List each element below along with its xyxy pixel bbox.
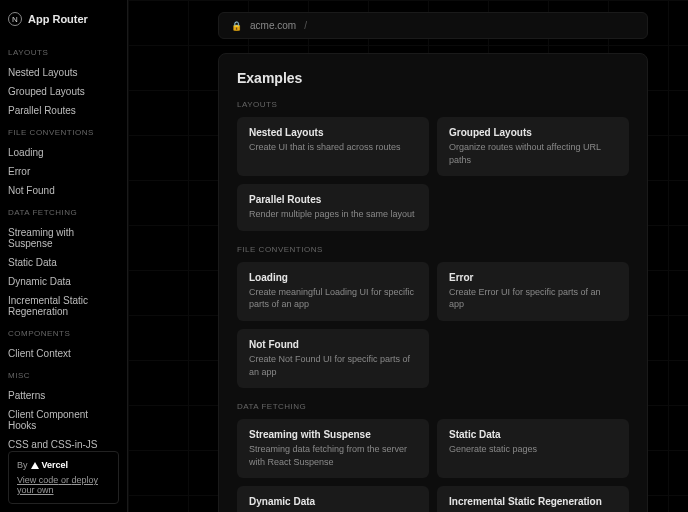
footer-links: View code or deploy your own: [17, 475, 110, 495]
logo-icon: N: [8, 12, 22, 26]
card-desc: Create UI that is shared across routes: [249, 141, 417, 154]
nav-item[interactable]: Nested Layouts: [8, 63, 119, 82]
card-title: Loading: [249, 272, 417, 283]
sidebar-header: N App Router: [8, 12, 119, 26]
example-card[interactable]: Streaming with SuspenseStreaming data fe…: [237, 419, 429, 478]
card-title: Static Data: [449, 429, 617, 440]
nav-item[interactable]: Error: [8, 162, 119, 181]
nav-item[interactable]: Patterns: [8, 386, 119, 405]
url-host: acme.com: [250, 20, 296, 31]
card-title: Error: [449, 272, 617, 283]
section-label: Data Fetching: [237, 402, 629, 411]
nav-item[interactable]: Not Found: [8, 181, 119, 200]
nav-section-label: Data Fetching: [8, 208, 119, 217]
card-grid: Nested LayoutsCreate UI that is shared a…: [237, 117, 629, 231]
card-title: Dynamic Data: [249, 496, 417, 507]
example-card[interactable]: Grouped LayoutsOrganize routes without a…: [437, 117, 629, 176]
view-code-link[interactable]: View code: [17, 475, 58, 485]
card-title: Parallel Routes: [249, 194, 417, 205]
card-desc: Render multiple pages in the same layout: [249, 208, 417, 221]
card-desc: Create meaningful Loading UI for specifi…: [249, 286, 417, 311]
nav-item[interactable]: Static Data: [8, 253, 119, 272]
card-desc: Create Error UI for specific parts of an…: [449, 286, 617, 311]
example-card[interactable]: Dynamic DataServer-render pages: [237, 486, 429, 512]
example-card[interactable]: Incremental Static RegenerationGet the b…: [437, 486, 629, 512]
nav-item[interactable]: Incremental Static Regeneration: [8, 291, 119, 321]
footer: By Vercel View code or deploy your own: [8, 451, 119, 504]
card-title: Grouped Layouts: [449, 127, 617, 138]
main-area: 🔒 acme.com / Examples LayoutsNested Layo…: [128, 0, 688, 512]
example-card[interactable]: Static DataGenerate static pages: [437, 419, 629, 478]
card-title: Nested Layouts: [249, 127, 417, 138]
nav-item[interactable]: Client Context: [8, 344, 119, 363]
nav-item[interactable]: Grouped Layouts: [8, 82, 119, 101]
card-title: Not Found: [249, 339, 417, 350]
section-label: File Conventions: [237, 245, 629, 254]
nav-item[interactable]: Dynamic Data: [8, 272, 119, 291]
card-title: Streaming with Suspense: [249, 429, 417, 440]
card-desc: Organize routes without affecting URL pa…: [449, 141, 617, 166]
sidebar: N App Router LayoutsNested LayoutsGroupe…: [0, 0, 128, 512]
nav-section-label: Layouts: [8, 48, 119, 57]
url-bar[interactable]: 🔒 acme.com /: [218, 12, 648, 39]
card-desc: Generate static pages: [449, 443, 617, 456]
vercel-name: Vercel: [42, 460, 69, 470]
card-grid: LoadingCreate meaningful Loading UI for …: [237, 262, 629, 388]
card-grid: Streaming with SuspenseStreaming data fe…: [237, 419, 629, 512]
card-desc: Streaming data fetching from the server …: [249, 443, 417, 468]
vercel-logo-icon: [31, 462, 39, 469]
lock-icon: 🔒: [231, 21, 242, 31]
nav-item[interactable]: Loading: [8, 143, 119, 162]
example-card[interactable]: LoadingCreate meaningful Loading UI for …: [237, 262, 429, 321]
content-frame: Examples LayoutsNested LayoutsCreate UI …: [218, 53, 648, 512]
section-label: Layouts: [237, 100, 629, 109]
footer-by-line: By Vercel: [17, 460, 110, 470]
example-card[interactable]: Not FoundCreate Not Found UI for specifi…: [237, 329, 429, 388]
card-desc: Create Not Found UI for specific parts o…: [249, 353, 417, 378]
nav-item[interactable]: Streaming with Suspense: [8, 223, 119, 253]
nav-section-label: Misc: [8, 371, 119, 380]
nav-item[interactable]: Client Component Hooks: [8, 405, 119, 435]
example-card[interactable]: ErrorCreate Error UI for specific parts …: [437, 262, 629, 321]
example-card[interactable]: Nested LayoutsCreate UI that is shared a…: [237, 117, 429, 176]
nav-item[interactable]: Parallel Routes: [8, 101, 119, 120]
url-path: /: [304, 20, 307, 31]
page-title: Examples: [237, 70, 629, 86]
nav-section-label: File Conventions: [8, 128, 119, 137]
example-card[interactable]: Parallel RoutesRender multiple pages in …: [237, 184, 429, 231]
card-title: Incremental Static Regeneration: [449, 496, 617, 507]
app-title: App Router: [28, 13, 88, 25]
nav-section-label: Components: [8, 329, 119, 338]
